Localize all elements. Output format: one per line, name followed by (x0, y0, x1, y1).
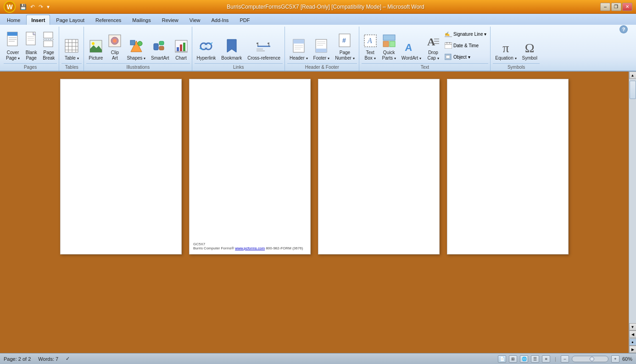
header-button[interactable]: Header ▾ (287, 28, 310, 62)
smartart-icon (153, 40, 167, 55)
table-icon (65, 39, 78, 55)
tab-pdf[interactable]: PDF (234, 15, 255, 25)
status-bar-left: Page: 2 of 2 Words: 7 ✓ (4, 356, 70, 362)
chart-icon (175, 40, 188, 55)
svg-marker-43 (227, 39, 236, 52)
svg-rect-75 (446, 42, 447, 44)
footer-button[interactable]: Footer ▾ (311, 28, 332, 62)
close-button[interactable]: ✕ (622, 3, 632, 11)
scroll-up-button[interactable]: ▲ (629, 72, 636, 79)
svg-rect-9 (44, 32, 53, 38)
status-bar: Page: 2 of 2 Words: 7 ✓ 📄 ⊞ 🌐 ☰ ≡ | – + … (0, 353, 636, 364)
pcforms-link[interactable]: www.pcforms.com (235, 246, 265, 250)
clip-art-label: ClipArt (111, 50, 119, 61)
tables-buttons: Table ▾ (61, 28, 82, 62)
cover-page-label: CoverPage ▾ (6, 50, 20, 61)
header-icon (292, 39, 305, 55)
restore-button[interactable]: ❐ (611, 3, 621, 11)
tab-add-ins[interactable]: Add-Ins (206, 15, 234, 25)
word-count: Words: 7 (38, 356, 58, 362)
tab-view[interactable]: View (184, 15, 206, 25)
zoom-slider[interactable] (572, 356, 608, 362)
text-box-icon: A (364, 34, 377, 49)
qa-dropdown-button[interactable]: ▾ (45, 3, 51, 11)
outline-view-button[interactable]: ☰ (531, 355, 539, 363)
shapes-button[interactable]: Shapes ▾ (124, 28, 148, 62)
page-break-button[interactable]: PageBreak (40, 28, 57, 62)
print-layout-view-button[interactable]: 📄 (498, 355, 506, 363)
smartart-button[interactable]: SmartArt (149, 28, 171, 62)
page-pair-right (318, 79, 569, 254)
title-bar-left: W 💾 ↶ ↷ ▾ (4, 1, 51, 13)
window-controls: – ❐ ✕ (600, 3, 632, 11)
object-icon (445, 54, 452, 60)
scroll-down-button[interactable]: ▼ (629, 323, 636, 331)
links-buttons: Hyperlink Bookmark ¶ ¶ (195, 28, 283, 62)
tab-insert[interactable]: Insert (26, 15, 50, 25)
drop-cap-button[interactable]: A DropCap ▾ (424, 28, 442, 62)
wordart-button[interactable]: A WordArt ▾ (399, 28, 424, 62)
blank-page-label: BlankPage (26, 50, 37, 61)
illustrations-buttons: Picture ClipArt (86, 28, 190, 62)
quick-parts-button[interactable]: QuickParts ▾ (380, 28, 398, 62)
tab-home[interactable]: Home (2, 15, 25, 25)
full-reading-view-button[interactable]: ⊞ (509, 355, 517, 363)
undo-button[interactable]: ↶ (29, 3, 36, 11)
cover-page-button[interactable]: CoverPage ▾ (4, 28, 22, 62)
zoom-out-button[interactable]: – (561, 355, 569, 363)
clip-art-button[interactable]: ClipArt (106, 28, 123, 62)
clip-art-icon (108, 34, 121, 49)
web-layout-view-button[interactable]: 🌐 (520, 355, 528, 363)
save-button[interactable]: 💾 (18, 3, 28, 11)
select-browse-object-button[interactable]: ● (629, 338, 636, 346)
page-2-footer: GC5X7 Burris Computer Forms® www.pcforms… (193, 242, 303, 250)
ribbon-content: CoverPage ▾ BlankPage (0, 25, 636, 71)
date-time-button[interactable]: Date & Time (443, 41, 488, 50)
chart-button[interactable]: Chart (173, 28, 190, 62)
proofing-status[interactable]: ✓ (66, 356, 70, 362)
signature-line-icon: ✍ (445, 31, 452, 37)
equation-button[interactable]: π Equation ▾ (493, 28, 519, 62)
tables-group-label: Tables (61, 63, 82, 71)
draft-view-button[interactable]: ≡ (542, 355, 550, 363)
page-number-icon: # (338, 33, 351, 49)
minimize-button[interactable]: – (600, 3, 610, 11)
object-button[interactable]: Object ▾ (443, 53, 488, 61)
picture-button[interactable]: Picture (86, 28, 105, 62)
next-page-button[interactable]: ▶ (629, 346, 636, 353)
wordart-label: WordArt ▾ (402, 55, 421, 61)
header-footer-group-label: Header & Footer (287, 63, 357, 71)
smartart-label: SmartArt (151, 55, 169, 61)
table-label: Table ▾ (65, 55, 79, 61)
bookmark-button[interactable]: Bookmark (219, 28, 244, 62)
wordart-icon: A (405, 40, 418, 55)
symbol-button[interactable]: Ω Symbol (520, 28, 540, 62)
page-info: Page: 2 of 2 (4, 356, 31, 362)
blank-page-button[interactable]: BlankPage (23, 28, 39, 62)
tables-group: Table ▾ Tables (60, 27, 84, 71)
zoom-slider-thumb[interactable] (590, 357, 594, 361)
text-box-button[interactable]: A TextBox ▾ (362, 28, 379, 62)
redo-button[interactable]: ↷ (37, 3, 45, 11)
svg-rect-34 (177, 47, 179, 51)
tab-page-layout[interactable]: Page Layout (51, 15, 89, 25)
tab-review[interactable]: Review (157, 15, 184, 25)
page-number-button[interactable]: # PageNumber ▾ (333, 28, 357, 62)
prev-page-button[interactable]: ◀ (629, 331, 636, 338)
signature-line-button[interactable]: ✍ Signature Line ▾ (443, 30, 488, 38)
office-button[interactable]: W (4, 1, 16, 13)
zoom-in-button[interactable]: + (611, 355, 619, 363)
cross-reference-button[interactable]: ¶ ¶ Cross-reference (245, 28, 283, 62)
equation-label: Equation ▾ (495, 55, 516, 61)
tab-references[interactable]: References (90, 15, 126, 25)
svg-rect-55 (316, 49, 327, 52)
help-button[interactable]: ? (619, 25, 628, 33)
scroll-thumb[interactable] (630, 81, 636, 99)
tab-mailings[interactable]: Mailings (127, 15, 156, 25)
table-button[interactable]: Table ▾ (61, 28, 82, 62)
text-box-label: TextBox ▾ (365, 50, 376, 61)
svg-rect-40 (203, 45, 209, 48)
hyperlink-button[interactable]: Hyperlink (195, 28, 218, 62)
page-2-footer-line1: GC5X7 (193, 242, 303, 246)
vertical-scrollbar[interactable]: ▲ ▼ ◀ ● ▶ (629, 72, 636, 353)
